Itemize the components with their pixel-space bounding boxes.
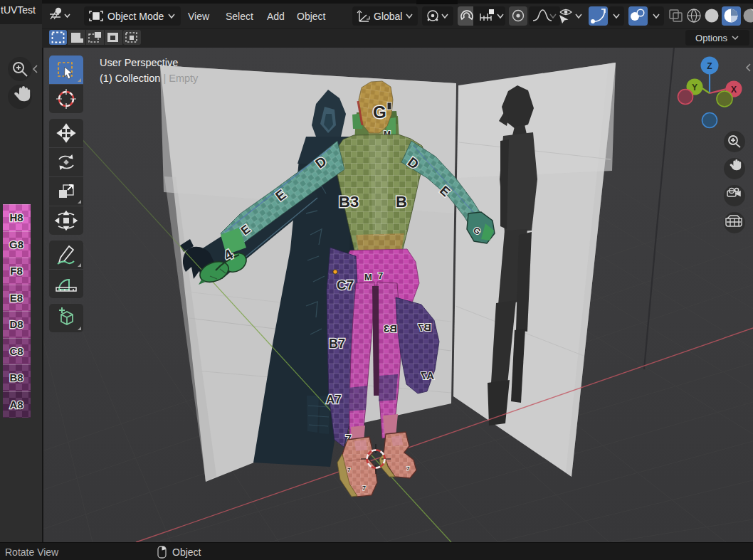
svg-text:G8: G8 bbox=[9, 238, 23, 250]
svg-text:Y: Y bbox=[692, 83, 697, 93]
svg-text:A7: A7 bbox=[326, 393, 342, 406]
svg-text:7: 7 bbox=[362, 485, 366, 492]
svg-text:D8: D8 bbox=[9, 318, 23, 330]
svg-text:H8: H8 bbox=[9, 211, 23, 223]
svg-text:7: 7 bbox=[347, 467, 351, 473]
svg-text:C7: C7 bbox=[337, 278, 354, 292]
svg-text:B7: B7 bbox=[329, 337, 345, 351]
svg-text:A8: A8 bbox=[9, 398, 23, 411]
svg-text:7: 7 bbox=[406, 465, 410, 472]
svg-text:A7: A7 bbox=[421, 369, 434, 381]
svg-text:B3: B3 bbox=[339, 193, 359, 211]
svg-text:X: X bbox=[731, 85, 737, 95]
svg-text:M: M bbox=[364, 272, 372, 282]
svg-text:Z: Z bbox=[707, 61, 712, 71]
svg-text:F8: F8 bbox=[10, 265, 23, 277]
svg-text:View: View bbox=[188, 11, 210, 22]
svg-text:Object: Object bbox=[297, 11, 326, 22]
svg-text:E8: E8 bbox=[10, 292, 23, 304]
svg-text:Add: Add bbox=[267, 11, 285, 22]
svg-text:G: G bbox=[373, 102, 386, 122]
svg-text:B3: B3 bbox=[384, 322, 397, 334]
svg-text:B8: B8 bbox=[9, 371, 23, 384]
svg-text:Object Mode: Object Mode bbox=[107, 11, 164, 22]
svg-text:B7: B7 bbox=[418, 321, 431, 333]
svg-text:B: B bbox=[396, 193, 407, 211]
svg-text:Global: Global bbox=[374, 11, 402, 22]
svg-text:Select: Select bbox=[226, 11, 253, 22]
svg-text:7: 7 bbox=[378, 270, 383, 281]
svg-text:C8: C8 bbox=[9, 345, 23, 357]
